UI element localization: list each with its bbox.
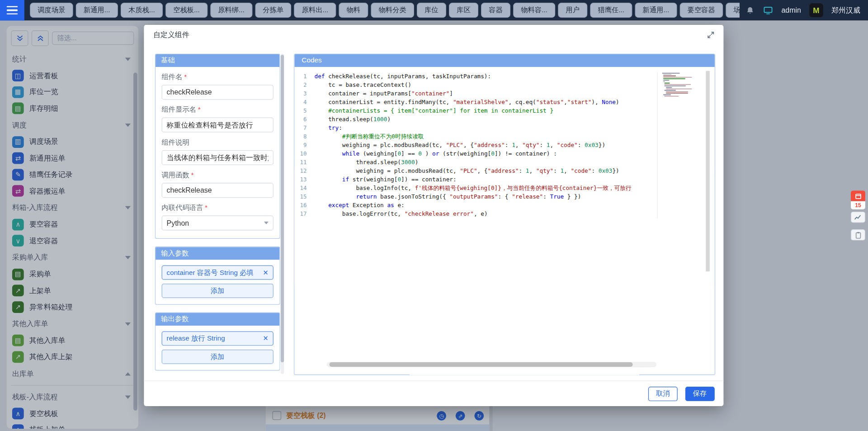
- username[interactable]: admin: [781, 6, 801, 14]
- code-text: container = inputParams["container"]: [315, 90, 453, 96]
- nav-tab[interactable]: 原料绑...: [210, 3, 252, 18]
- line-number: 15: [294, 192, 307, 201]
- nav-tab[interactable]: 调度场景: [30, 3, 73, 18]
- form-field: 组件显示名*: [162, 105, 274, 133]
- form-field: 组件名*: [162, 72, 274, 99]
- nav-tab[interactable]: 用户: [558, 3, 587, 18]
- nav-tab[interactable]: 猎鹰任...: [590, 3, 632, 18]
- add-output-param-button[interactable]: 添加: [162, 350, 274, 364]
- component-name-input[interactable]: [162, 85, 274, 99]
- code-line: 15 return base.jsonToString({ "outputPar…: [294, 192, 657, 201]
- line-number: 13: [294, 175, 307, 184]
- company-logo: M: [809, 3, 823, 17]
- input-param-tag[interactable]: container 容器号 String 必填✕: [162, 265, 274, 280]
- code-text: while (weighing[0] == 0 ) or (str(weighi…: [315, 150, 557, 156]
- close-icon[interactable]: ✕: [263, 335, 269, 342]
- code-text: base.logError(tc, "checkRelease error", …: [315, 210, 488, 217]
- nav-tab[interactable]: 容器: [481, 3, 510, 18]
- code-text: if str(weighing[0]) == container:: [315, 175, 457, 182]
- top-navbar: 调度场景新通用...木质栈...空栈板...原料绑...分拣单原料出...物料物…: [0, 0, 868, 20]
- minimap-line: [665, 95, 679, 96]
- nav-tab[interactable]: 物料容...: [513, 3, 555, 18]
- nav-tab[interactable]: 木质栈...: [121, 3, 163, 18]
- code-text: weighing = plc.modbusRead(tc, "PLC", {"a…: [315, 167, 619, 174]
- bell-icon[interactable]: [745, 5, 755, 15]
- nav-tab[interactable]: 库区: [449, 3, 478, 18]
- cancel-button[interactable]: 取消: [648, 386, 678, 401]
- code-text: return base.jsonToString({ "outputParams…: [315, 193, 581, 199]
- minimap-line: [666, 93, 688, 94]
- editor-vertical-scrollbar[interactable]: [706, 67, 710, 374]
- nav-tab[interactable]: 空栈板...: [165, 3, 208, 18]
- code-content[interactable]: 1def checkRelease(tc, inputParams, taskI…: [294, 72, 657, 218]
- alert-badge-icon[interactable]: [851, 190, 865, 201]
- line-number: 10: [294, 149, 307, 158]
- field-label-text: 组件显示名: [162, 106, 197, 114]
- line-number: 1: [294, 72, 307, 81]
- alert-count[interactable]: 15: [851, 201, 865, 209]
- code-line: 1def checkRelease(tc, inputParams, taskI…: [294, 72, 657, 81]
- code-line: 12 weighing = plc.modbusRead(tc, "PLC", …: [294, 166, 657, 175]
- nav-tab[interactable]: 原料出...: [294, 3, 336, 18]
- description-input[interactable]: [162, 150, 274, 165]
- save-button[interactable]: 保存: [685, 386, 715, 401]
- code-line: 10 while (weighing[0] == 0 ) or (str(wei…: [294, 149, 657, 158]
- nav-tab[interactable]: 场景编辑: [726, 3, 739, 18]
- output-param-tag[interactable]: release 放行 String✕: [162, 332, 274, 346]
- output-params-panel: 输出参数 release 放行 String✕ 添加: [155, 313, 280, 371]
- code-line: 11 thread.sleep(3000): [294, 158, 657, 166]
- screen: 调度场景新通用...木质栈...空栈板...原料绑...分拣单原料出...物料物…: [0, 0, 868, 431]
- line-number: 6: [294, 115, 307, 123]
- monitor-icon[interactable]: [763, 5, 773, 15]
- field-label: 组件说明: [162, 138, 274, 147]
- expand-icon[interactable]: [706, 30, 716, 40]
- editor-minimap[interactable]: [662, 72, 704, 97]
- nav-tab[interactable]: 库位: [417, 3, 446, 18]
- code-line: 6 thread.sleep(1000): [294, 115, 657, 123]
- code-line: 4 containerList = entity.findMany(tc, "m…: [294, 98, 657, 106]
- input-params-header: 输入参数: [156, 247, 279, 260]
- minimap-line: [665, 85, 686, 86]
- codes-panel-header: Codes: [294, 54, 714, 67]
- code-text: #判断当称重位不为0时持续读取: [315, 133, 424, 139]
- code-line: 7 try:: [294, 123, 657, 132]
- field-label-text: 组件名: [162, 73, 183, 81]
- code-line: 8 #判断当称重位不为0时持续读取: [294, 132, 657, 141]
- code-line: 5 #containerLists = { item["container"] …: [294, 106, 657, 115]
- chart-widget-icon[interactable]: [851, 212, 865, 223]
- nav-tab[interactable]: 新通用...: [76, 3, 118, 18]
- required-asterisk: *: [198, 106, 201, 114]
- field-label: 内联代码语言*: [162, 204, 274, 213]
- menu-button[interactable]: [0, 0, 24, 20]
- select-value: Python: [167, 219, 189, 227]
- code-line: 3 container = inputParams["container"]: [294, 89, 657, 98]
- language-select[interactable]: Python: [162, 216, 274, 231]
- nav-tab[interactable]: 分拣单: [255, 3, 291, 18]
- minimap-line: [663, 81, 665, 82]
- function-name-input[interactable]: [162, 183, 274, 198]
- nav-tab[interactable]: 物料: [339, 3, 368, 18]
- code-text: thread.sleep(3000): [315, 158, 419, 165]
- nav-tab[interactable]: 新通用...: [635, 3, 677, 18]
- clipboard-widget-icon[interactable]: [851, 229, 865, 240]
- add-input-param-button[interactable]: 添加: [162, 284, 274, 298]
- code-line: 9 weighing = plc.modbusRead(tc, "PLC", {…: [294, 141, 657, 149]
- nav-tab[interactable]: 物料分类: [371, 3, 415, 18]
- display-name-input[interactable]: [162, 118, 274, 133]
- close-icon[interactable]: ✕: [263, 269, 269, 276]
- field-label: 组件名*: [162, 72, 274, 82]
- output-params-header: 输出参数: [156, 313, 279, 326]
- nav-tab[interactable]: 要空容器: [680, 3, 723, 18]
- field-label: 调用函数*: [162, 171, 274, 180]
- editor-horizontal-scrollbar[interactable]: [326, 362, 656, 367]
- line-number: 5: [294, 106, 307, 115]
- chevron-down-icon: [264, 222, 269, 224]
- field-label-text: 调用函数: [162, 171, 189, 179]
- minimap-line: [663, 94, 671, 95]
- code-editor[interactable]: 1def checkRelease(tc, inputParams, taskI…: [294, 67, 714, 374]
- line-number: 2: [294, 81, 307, 89]
- line-number: 17: [294, 209, 307, 218]
- form-column-scrollbar[interactable]: [281, 54, 284, 374]
- minimap-line: [666, 91, 688, 92]
- minimap-line: [665, 84, 691, 85]
